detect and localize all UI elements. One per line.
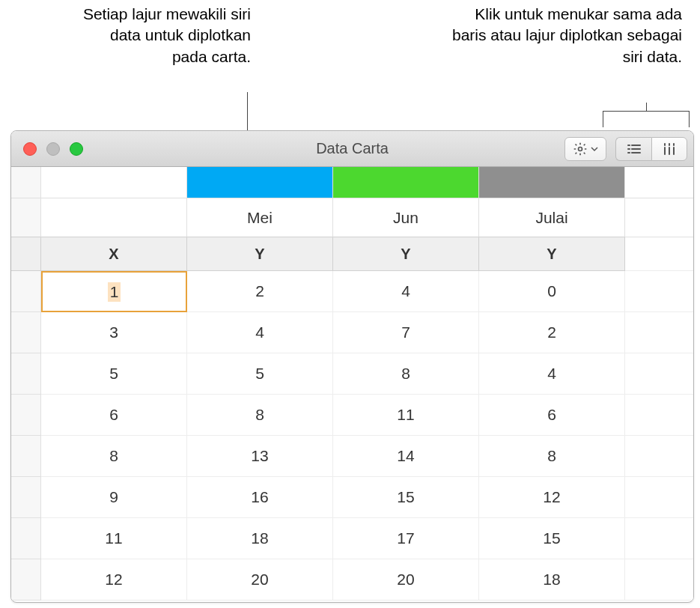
- cell-value: 7: [401, 323, 410, 341]
- data-cell-y[interactable]: 4: [333, 271, 479, 312]
- data-cell-x[interactable]: 6: [41, 395, 187, 436]
- data-cell-y[interactable]: 8: [333, 353, 479, 395]
- row-header-spacer[interactable]: [11, 477, 41, 518]
- series-name-0[interactable]: Mei: [187, 198, 333, 237]
- row-header-spacer[interactable]: [11, 395, 41, 436]
- cell-value: 11: [397, 406, 414, 424]
- zoom-window-button[interactable]: [70, 142, 83, 156]
- data-cell-y[interactable]: 7: [333, 312, 479, 353]
- axis-y-label-2[interactable]: Y: [479, 237, 625, 271]
- data-cell-y[interactable]: 14: [333, 436, 479, 477]
- data-cell-x[interactable]: 3: [41, 312, 187, 353]
- table-row: 9161512: [11, 477, 693, 518]
- plot-rows-button[interactable]: [615, 137, 651, 161]
- cell-value: 4: [401, 282, 410, 300]
- data-cell-x[interactable]: 9: [41, 477, 187, 518]
- row-header-spacer[interactable]: [11, 271, 41, 312]
- data-cell-y[interactable]: 15: [479, 518, 625, 559]
- data-cell-y[interactable]: 12: [479, 477, 625, 518]
- toolbar-right: [564, 137, 687, 161]
- series-name-1[interactable]: Jun: [333, 198, 479, 237]
- data-cell-y[interactable]: 6: [479, 395, 625, 436]
- window-titlebar: Data Carta: [11, 131, 693, 167]
- table-row: 5584: [11, 353, 693, 395]
- series-name-row: Mei Jun Julai: [11, 198, 693, 237]
- data-cell-x[interactable]: 11: [41, 518, 187, 559]
- cell-value: 6: [547, 406, 556, 424]
- row-header-spacer[interactable]: [11, 312, 41, 353]
- cell-value: 8: [401, 365, 410, 383]
- table-row: 68116: [11, 395, 693, 436]
- cell-value: 20: [251, 571, 268, 589]
- data-cell-x[interactable]: 1: [41, 271, 187, 312]
- axis-y-label-1[interactable]: Y: [333, 237, 479, 271]
- row-header-spacer: [11, 237, 41, 271]
- data-cell-x[interactable]: 12: [41, 559, 187, 601]
- series-color-2[interactable]: [479, 167, 625, 198]
- close-window-button[interactable]: [23, 142, 37, 156]
- cell-value: 3: [109, 323, 118, 341]
- empty-cell: [625, 237, 693, 271]
- x-column-spacer: [41, 167, 187, 198]
- cell-value: 12: [543, 488, 560, 506]
- data-cell-y[interactable]: 18: [187, 518, 333, 559]
- data-cell-y[interactable]: 20: [187, 559, 333, 601]
- cell-value: 15: [397, 488, 414, 506]
- cell-value: 2: [255, 282, 264, 300]
- data-cell-y[interactable]: 15: [333, 477, 479, 518]
- table-row: 3472: [11, 312, 693, 353]
- row-header-spacer[interactable]: [11, 436, 41, 477]
- data-cell-y[interactable]: 8: [187, 395, 333, 436]
- plot-orientation-segmented: [615, 137, 687, 161]
- cell-value: 6: [109, 406, 118, 424]
- series-color-0[interactable]: [187, 167, 333, 198]
- data-grid: Mei Jun Julai X Y Y Y 124034725584681168…: [11, 167, 693, 602]
- row-header-spacer: [11, 198, 41, 237]
- series-name-2[interactable]: Julai: [479, 198, 625, 237]
- data-cell-y[interactable]: 0: [479, 271, 625, 312]
- data-cell-y[interactable]: 4: [479, 353, 625, 395]
- traffic-lights: [11, 142, 83, 156]
- axis-y-label-0[interactable]: Y: [187, 237, 333, 271]
- data-cell-y[interactable]: 4: [187, 312, 333, 353]
- minimize-window-button[interactable]: [46, 142, 60, 156]
- data-rows-container: 1240347255846811681314891615121118171512…: [11, 271, 693, 601]
- row-header-spacer[interactable]: [11, 353, 41, 395]
- cell-value: 4: [255, 323, 264, 341]
- data-cell-x[interactable]: 8: [41, 436, 187, 477]
- empty-cell: [625, 518, 693, 559]
- cell-value: 5: [109, 365, 118, 383]
- row-header-spacer: [11, 167, 41, 198]
- data-cell-y[interactable]: 11: [333, 395, 479, 436]
- empty-cell: [625, 167, 693, 198]
- data-cell-y[interactable]: 5: [187, 353, 333, 395]
- data-cell-y[interactable]: 8: [479, 436, 625, 477]
- table-row: 1240: [11, 271, 693, 312]
- cell-value: 20: [397, 571, 414, 589]
- callout-column-series: Setiap lajur mewakili siri data untuk di…: [71, 4, 251, 67]
- cell-value: 2: [547, 323, 556, 341]
- data-cell-y[interactable]: 16: [187, 477, 333, 518]
- data-cell-y[interactable]: 18: [479, 559, 625, 601]
- cell-value: 9: [109, 488, 118, 506]
- cell-value: 16: [251, 488, 268, 506]
- empty-cell: [625, 353, 693, 395]
- data-cell-y[interactable]: 13: [187, 436, 333, 477]
- empty-cell: [625, 559, 693, 601]
- data-cell-y[interactable]: 20: [333, 559, 479, 601]
- row-header-spacer[interactable]: [11, 559, 41, 601]
- data-cell-y[interactable]: 2: [479, 312, 625, 353]
- row-header-spacer[interactable]: [11, 518, 41, 559]
- settings-menu-button[interactable]: [564, 137, 606, 161]
- plot-columns-button[interactable]: [651, 137, 687, 161]
- data-cell-y[interactable]: 2: [187, 271, 333, 312]
- empty-cell: [625, 477, 693, 518]
- cell-value: 13: [251, 447, 268, 465]
- axis-x-label[interactable]: X: [41, 237, 187, 271]
- rows-icon: [627, 143, 642, 155]
- series-color-1[interactable]: [333, 167, 479, 198]
- cell-value: 8: [255, 406, 264, 424]
- table-row: 12202018: [11, 559, 693, 601]
- data-cell-y[interactable]: 17: [333, 518, 479, 559]
- data-cell-x[interactable]: 5: [41, 353, 187, 395]
